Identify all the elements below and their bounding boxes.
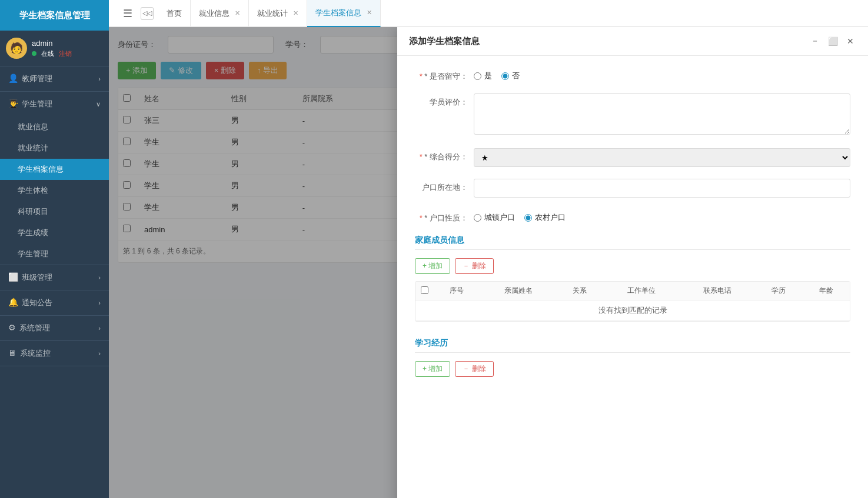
main-content: ☰ ◁◁ 首页 就业信息 ✕ 就业统计 ✕ 学生档案信息 ✕ 身份证号： 学号：: [109, 0, 868, 498]
is-stay-control: 是 否: [474, 68, 850, 81]
sidebar-item-research[interactable]: 科研项目: [0, 201, 109, 222]
tab-student-archive[interactable]: 学生档案信息 ✕: [307, 0, 381, 27]
household-type-radio-group: 城镇户口 农村户口: [474, 209, 850, 223]
household-urban-input[interactable]: [474, 214, 481, 222]
app-title: 学生档案信息管理: [0, 0, 109, 31]
sidebar-item-class-mgmt[interactable]: ⬜班级管理 ›: [0, 265, 109, 290]
study-section-actions: + 增加 － 删除: [415, 361, 850, 377]
sidebar-item-teacher-mgmt[interactable]: 👤教师管理 ›: [0, 66, 109, 91]
is-stay-no-input[interactable]: [501, 72, 509, 80]
notice-icon: 🔔: [8, 298, 18, 307]
household-rural-input[interactable]: [524, 214, 532, 222]
modal-minimize-button[interactable]: －: [809, 35, 821, 47]
student-eval-label: 学员评价：: [415, 93, 468, 108]
study-section: 学习经历 + 增加 － 删除: [415, 338, 850, 377]
is-stay-yes-input[interactable]: [474, 72, 481, 80]
family-col-age: 年龄: [803, 282, 850, 300]
study-delete-button[interactable]: － 删除: [455, 361, 493, 377]
study-section-title: 学习经历: [415, 338, 850, 353]
sidebar-item-student-mgmt[interactable]: 👨‍🎓学生管理 ∨: [0, 92, 109, 116]
modal-overlay: 添加学生档案信息 － ⬜ ✕ * * 是否留守：: [109, 27, 868, 498]
household-rural-radio[interactable]: 农村户口: [524, 212, 566, 223]
logout-link[interactable]: 注销: [59, 49, 72, 58]
sidebar: 学生档案信息管理 🧑 admin 在线 注销 👤教师管理 › 👨‍🎓学生管理 ∨: [0, 0, 109, 498]
family-col-seq: 序号: [433, 282, 480, 300]
study-add-button[interactable]: + 增加: [415, 361, 450, 377]
is-stay-no-radio[interactable]: 否: [501, 71, 520, 81]
is-stay-label: * * 是否留守：: [415, 68, 468, 82]
nav-back-button[interactable]: ◁◁: [141, 7, 154, 20]
tab-close-employment-info[interactable]: ✕: [235, 9, 240, 17]
sidebar-item-sys-monitor[interactable]: 🖥系统监控 ›: [0, 341, 109, 366]
tab-home[interactable]: 首页: [158, 0, 191, 27]
sidebar-item-sys-mgmt[interactable]: ⚙系统管理 ›: [0, 316, 109, 340]
family-col-phone: 联系电话: [679, 282, 755, 300]
chevron-icon-2: ›: [98, 274, 101, 281]
menu-group-notice: 🔔通知公告 ›: [0, 290, 109, 316]
chevron-icon: ›: [98, 75, 101, 82]
overall-score-select[interactable]: ★ ★★ ★★★ ★★★★ ★★★★★: [474, 148, 850, 167]
student-eval-textarea[interactable]: [474, 93, 850, 135]
content-area: 身份证号： 学号： + 添加 ✎ 修改 × 删除 ↑ 导出 姓名 性别 所属院系: [109, 27, 868, 498]
household-urban-radio[interactable]: 城镇户口: [474, 212, 515, 223]
sidebar-item-student-archive[interactable]: 学生档案信息: [0, 159, 109, 180]
sidebar-item-student-health[interactable]: 学生体检: [0, 180, 109, 201]
modal-close-button[interactable]: ✕: [844, 35, 856, 47]
family-section-title: 家庭成员信息: [415, 235, 850, 250]
family-col-relation: 关系: [556, 282, 603, 300]
sidebar-item-grades[interactable]: 学生成绩: [0, 222, 109, 243]
monitor-icon: 🖥: [8, 348, 16, 357]
form-row-household: 户口所在地：: [415, 179, 850, 198]
sidebar-item-employment-stats[interactable]: 就业统计: [0, 138, 109, 159]
family-col-employer: 工作单位: [604, 282, 680, 300]
family-col-edu: 学历: [755, 282, 802, 300]
student-icon: 👨‍🎓: [8, 99, 18, 108]
avatar: 🧑: [6, 38, 27, 59]
modal-body: * * 是否留守： 是 否: [397, 56, 868, 498]
family-select-all[interactable]: [421, 286, 428, 294]
sidebar-menu: 👤教师管理 › 👨‍🎓学生管理 ∨ 就业信息 就业统计 学生档案信息 学生体检 …: [0, 66, 109, 498]
gear-icon: ⚙: [8, 323, 16, 332]
tab-close-student-archive[interactable]: ✕: [367, 9, 372, 16]
menu-group-sys-mgmt: ⚙系统管理 ›: [0, 316, 109, 341]
menu-group-class: ⬜班级管理 ›: [0, 265, 109, 290]
nav-arrows: ◁◁: [141, 7, 154, 20]
student-eval-control: [474, 93, 850, 136]
sidebar-item-student-manage[interactable]: 学生管理: [0, 243, 109, 265]
family-delete-button[interactable]: － 删除: [455, 258, 493, 274]
tab-close-employment-stats[interactable]: ✕: [293, 9, 298, 17]
family-table: 序号 亲属姓名 关系 工作单位 联系电话 学历 年龄: [415, 282, 850, 321]
tab-employment-info[interactable]: 就业信息 ✕: [191, 0, 249, 27]
chevron-icon-4: ›: [98, 325, 101, 332]
tab-employment-stats[interactable]: 就业统计 ✕: [249, 0, 307, 27]
is-stay-yes-radio[interactable]: 是: [474, 71, 492, 81]
menu-group-teacher: 👤教师管理 ›: [0, 66, 109, 92]
form-row-is-stay: * * 是否留守： 是 否: [415, 68, 850, 82]
family-add-button[interactable]: + 增加: [415, 258, 450, 274]
household-type-control: 城镇户口 农村户口: [474, 209, 850, 223]
household-input[interactable]: [474, 179, 850, 198]
family-empty-message: 没有找到匹配的记录: [415, 300, 850, 321]
modal-dialog: 添加学生档案信息 － ⬜ ✕ * * 是否留守：: [397, 27, 868, 498]
menu-group-sys-monitor: 🖥系统监控 ›: [0, 341, 109, 366]
household-type-label: * * 户口性质：: [415, 209, 468, 223]
form-row-student-eval: 学员评价：: [415, 93, 850, 136]
sidebar-item-notice[interactable]: 🔔通知公告 ›: [0, 290, 109, 315]
user-info: 🧑 admin 在线 注销: [0, 31, 109, 66]
user-status: 在线 注销: [32, 49, 103, 58]
modal-maximize-button[interactable]: ⬜: [827, 35, 839, 47]
form-row-overall-score: * * 综合得分： ★ ★★ ★★★ ★★★★ ★★★★★: [415, 148, 850, 167]
sidebar-toggle[interactable]: ☰: [115, 7, 141, 20]
family-table-wrap: 序号 亲属姓名 关系 工作单位 联系电话 学历 年龄: [415, 281, 850, 322]
family-section-actions: + 增加 － 删除: [415, 258, 850, 274]
modal-title: 添加学生档案信息: [409, 36, 480, 47]
class-icon: ⬜: [8, 272, 18, 282]
is-stay-radio-group: 是 否: [474, 68, 850, 81]
family-table-empty-row: 没有找到匹配的记录: [415, 300, 850, 321]
family-col-name: 亲属姓名: [480, 282, 556, 300]
chevron-icon-3: ›: [98, 299, 101, 306]
teacher-icon: 👤: [8, 73, 18, 83]
sidebar-item-employment-info[interactable]: 就业信息: [0, 116, 109, 138]
topbar: ☰ ◁◁ 首页 就业信息 ✕ 就业统计 ✕ 学生档案信息 ✕: [109, 0, 868, 27]
user-details: admin 在线 注销: [32, 39, 103, 58]
